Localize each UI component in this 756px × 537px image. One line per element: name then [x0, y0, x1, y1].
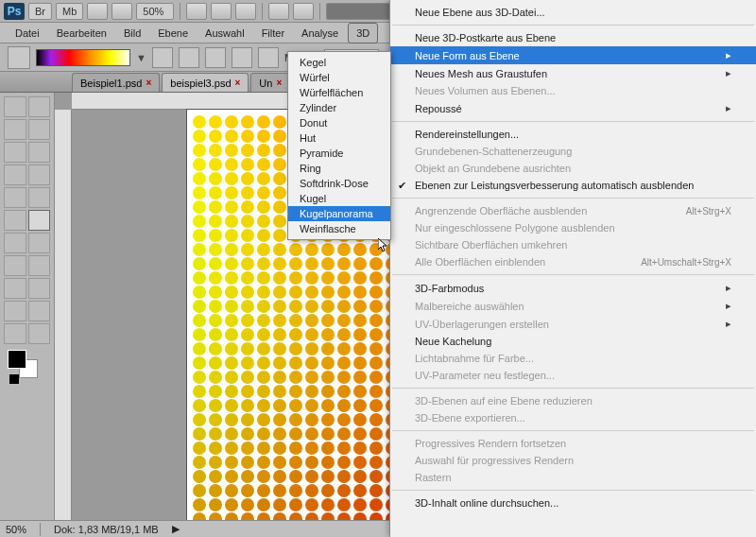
stamp-tool[interactable]: [4, 187, 26, 208]
menu-bild[interactable]: Bild: [116, 24, 148, 43]
3d-camera-tool[interactable]: [28, 301, 51, 321]
gradient-preview[interactable]: [36, 49, 130, 66]
brush-tool[interactable]: [28, 165, 51, 185]
submenu-item[interactable]: Softdrink-Dose: [288, 176, 390, 191]
submenu-item[interactable]: Kugel: [288, 191, 390, 206]
menu-divider: [392, 490, 754, 491]
doc-tab[interactable]: beispiel3.psd×: [162, 73, 249, 92]
crop-tool[interactable]: [4, 142, 26, 163]
doc-tab[interactable]: Un×: [250, 73, 290, 92]
menu-item-label: Lichtabnahme für Farbe...: [415, 353, 534, 364]
close-icon[interactable]: ×: [276, 78, 282, 88]
menu-item: 3D-Ebene exportieren...: [390, 409, 756, 426]
submenu-item[interactable]: Zylinder: [288, 100, 390, 115]
view-extras-icon[interactable]: [112, 3, 132, 20]
menu-item-label: 3D-Ebene exportieren...: [415, 412, 525, 424]
hand-tool[interactable]: [4, 323, 26, 344]
menu-item: Alle Oberflächen einblendenAlt+Umschalt+…: [390, 253, 756, 270]
hand-icon[interactable]: [186, 3, 207, 20]
pen-tool[interactable]: [4, 255, 26, 276]
status-zoom[interactable]: 50%: [6, 524, 26, 535]
rotate-view-icon[interactable]: [235, 3, 256, 20]
submenu-item[interactable]: Ring: [288, 161, 390, 176]
doc-tab[interactable]: Beispiel1.psd×: [72, 73, 160, 92]
gradient-radial-icon[interactable]: [179, 47, 199, 68]
screen-mode-icon[interactable]: [293, 3, 314, 20]
menu-analyse[interactable]: Analyse: [294, 24, 346, 43]
menu-item[interactable]: Rendereinstellungen...: [390, 126, 756, 143]
zoom-level[interactable]: 50%: [136, 3, 174, 20]
menu-item-label: Malbereiche auswählen: [415, 301, 524, 312]
submenu-item[interactable]: Pyramide: [288, 146, 390, 161]
menu-item[interactable]: Neues Mesh aus Graustufen▸: [390, 64, 756, 82]
submenu-item[interactable]: Kugelpanorama: [288, 206, 390, 221]
foreground-swatch[interactable]: [8, 350, 26, 369]
eraser-tool[interactable]: [4, 210, 26, 231]
path-select-tool[interactable]: [4, 278, 26, 299]
menu-auswahl[interactable]: Auswahl: [198, 24, 252, 43]
separator: [262, 3, 263, 20]
menu-item[interactable]: Ebenen zur Leistungsverbesserung automat…: [390, 177, 756, 194]
zoom-tool[interactable]: [28, 323, 51, 344]
minibridge-button[interactable]: Mb: [56, 3, 83, 20]
menu-datei[interactable]: Datei: [8, 24, 47, 43]
color-swatches[interactable]: [4, 346, 50, 384]
menu-item[interactable]: 3D-Inhalt online durchsuchen...: [390, 494, 756, 511]
shape-tool[interactable]: [28, 278, 51, 299]
move-tool[interactable]: [4, 96, 26, 117]
marquee-tool[interactable]: [28, 96, 51, 117]
gradient-diamond-icon[interactable]: [258, 47, 279, 68]
blur-tool[interactable]: [4, 233, 26, 253]
menu-item: Grundebenen-Schattenerzeugung: [390, 143, 756, 160]
eyedropper-tool[interactable]: [28, 142, 51, 163]
close-icon[interactable]: ×: [146, 78, 151, 88]
menu-item-label: Rastern: [415, 472, 452, 483]
submenu-item[interactable]: Kegel: [288, 55, 390, 70]
arrange-docs-icon[interactable]: [268, 3, 289, 20]
menu-divider: [392, 274, 754, 275]
menu-item: Neues Volumen aus Ebenen...: [390, 82, 756, 99]
magic-wand-tool[interactable]: [28, 119, 51, 140]
heal-tool[interactable]: [4, 165, 26, 185]
dodge-tool[interactable]: [28, 233, 51, 253]
history-brush-tool[interactable]: [28, 187, 51, 208]
submenu-item[interactable]: Hut: [288, 130, 390, 146]
status-doc-size[interactable]: Dok: 1,83 MB/19,1 MB: [54, 524, 159, 535]
menu-item[interactable]: Neue 3D-Postkarte aus Ebene: [390, 29, 756, 46]
submenu-item[interactable]: Donut: [288, 115, 390, 130]
menu-item[interactable]: Neue Form aus Ebene▸: [390, 46, 756, 64]
menu-ebene[interactable]: Ebene: [150, 24, 196, 43]
submenu-item[interactable]: Würfelflächen: [288, 85, 390, 100]
menu-3d[interactable]: 3D: [348, 23, 378, 43]
workspace-switcher[interactable]: [326, 3, 392, 20]
gradient-tool-icon[interactable]: [8, 46, 30, 69]
gradient-linear-icon[interactable]: [152, 47, 173, 68]
gradient-reflected-icon[interactable]: [232, 47, 252, 68]
menu-item-label: Neues Mesh aus Graustufen: [415, 68, 547, 79]
lasso-tool[interactable]: [4, 119, 26, 140]
shortcut: Alt+Strg+X: [686, 206, 731, 217]
screen-mode-icon[interactable]: [87, 3, 108, 20]
submenu-item[interactable]: Weinflasche: [288, 221, 390, 236]
3d-rotate-tool[interactable]: [4, 301, 26, 321]
menu-item: Auswahl für progressives Rendern: [390, 452, 756, 469]
menu-item[interactable]: 3D-Farbmodus▸: [390, 279, 756, 297]
menu-item[interactable]: Neue Kachelung: [390, 333, 756, 350]
submenu-arrow-icon: ▸: [726, 49, 731, 61]
submenu-item[interactable]: Würfel: [288, 70, 390, 85]
menu-item[interactable]: Neue Ebene aus 3D-Datei...: [390, 4, 756, 21]
gradient-tool[interactable]: [28, 210, 51, 231]
menu-filter[interactable]: Filter: [254, 24, 292, 43]
menu-bearbeiten[interactable]: Bearbeiten: [49, 24, 114, 43]
bridge-button[interactable]: Br: [28, 3, 52, 20]
menu-item-label: 3D-Inhalt online durchsuchen...: [415, 497, 558, 509]
close-icon[interactable]: ×: [235, 78, 241, 88]
menu-item: Rastern: [390, 469, 756, 486]
zoom-icon[interactable]: [211, 3, 232, 20]
submenu-arrow-icon: ▸: [726, 318, 731, 330]
gradient-angle-icon[interactable]: [205, 47, 226, 68]
type-tool[interactable]: [28, 255, 51, 276]
menu-item[interactable]: Repoussé▸: [390, 99, 756, 117]
menu-item: Angrenzende Oberfläche ausblendenAlt+Str…: [390, 202, 756, 219]
default-colors-icon[interactable]: [9, 374, 19, 384]
